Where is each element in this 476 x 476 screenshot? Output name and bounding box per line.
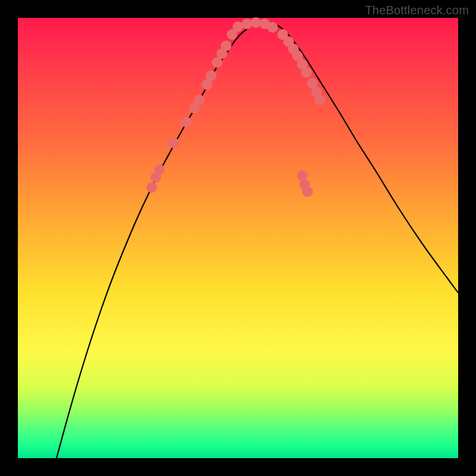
marker-dot bbox=[206, 70, 217, 81]
marker-dot bbox=[221, 40, 231, 51]
marker-dot bbox=[301, 67, 312, 78]
marker-dot bbox=[302, 186, 313, 197]
watermark-text: TheBottleneck.com bbox=[365, 4, 469, 17]
marker-dot bbox=[154, 164, 165, 175]
marker-dot bbox=[181, 117, 192, 127]
bottleneck-curve bbox=[57, 22, 458, 458]
marker-dot bbox=[267, 22, 278, 33]
curve-svg bbox=[18, 18, 458, 458]
marker-dot bbox=[146, 182, 157, 193]
chart-frame: TheBottleneck.com bbox=[0, 0, 476, 476]
marker-dot bbox=[194, 95, 205, 105]
curve-markers bbox=[146, 17, 325, 197]
marker-dot bbox=[315, 95, 325, 105]
marker-dot bbox=[168, 137, 179, 148]
plot-area bbox=[18, 18, 458, 458]
